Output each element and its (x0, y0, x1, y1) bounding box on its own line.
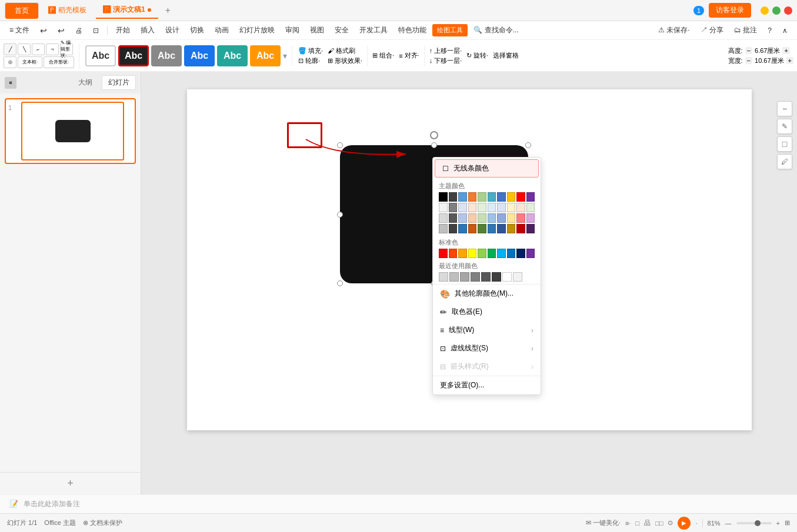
add-tab-button[interactable]: + (161, 3, 175, 18)
recent-color-3[interactable] (460, 272, 469, 282)
notes-area[interactable]: 📝 单击此处添加备注 (0, 494, 797, 513)
menu-draw-tools[interactable]: 绘图工具 (432, 24, 468, 36)
collapse-button[interactable]: « (5, 77, 16, 89)
more-colors-item[interactable]: 🎨 其他轮廓颜色(M)... (433, 285, 541, 303)
menu-insert[interactable]: 插入 (136, 23, 159, 38)
merge-shape-btn[interactable]: 合并形状· (44, 56, 74, 68)
dash-type-item[interactable]: ⊡ 虚线线型(S) › (433, 339, 541, 357)
color-swatch[interactable] (516, 203, 525, 212)
menu-switch[interactable]: 切换 (185, 23, 209, 38)
close-button[interactable] (784, 6, 792, 15)
color-swatch[interactable] (478, 203, 486, 212)
view-sort-btn[interactable]: □□ (655, 520, 663, 527)
more-styles-btn[interactable]: ▾ (283, 51, 287, 61)
color-swatch[interactable] (468, 213, 477, 223)
menu-design[interactable]: 设计 (161, 23, 184, 38)
height-plus[interactable]: + (782, 47, 789, 54)
std-color-purple[interactable] (526, 249, 535, 258)
abc-black[interactable]: Abc (118, 45, 149, 66)
handle-bl[interactable] (337, 280, 343, 286)
color-swatch[interactable] (488, 203, 496, 212)
color-swatch[interactable] (458, 203, 467, 212)
color-swatch[interactable] (526, 203, 535, 212)
menu-view[interactable]: 视图 (305, 23, 329, 38)
move-down-btn[interactable]: ↓ 下移一层· (429, 56, 462, 65)
minimize-button[interactable] (761, 6, 769, 15)
color-swatch[interactable] (526, 224, 535, 233)
color-swatch[interactable] (497, 224, 506, 233)
view-list-btn[interactable]: ≡· (625, 520, 631, 527)
std-color-red[interactable] (439, 249, 448, 258)
color-swatch[interactable] (507, 192, 516, 202)
login-button[interactable]: 访客登录 (709, 3, 751, 18)
align-btn[interactable]: ≡ 对齐· (399, 51, 419, 60)
color-swatch[interactable] (458, 213, 467, 223)
abc-blue[interactable]: Abc (184, 45, 215, 66)
color-swatch[interactable] (478, 224, 486, 233)
std-color-orange-red[interactable] (449, 249, 458, 258)
menu-copy-icon[interactable]: ⊡ (88, 24, 104, 37)
float-edit-btn[interactable]: ✎ (777, 119, 792, 134)
color-swatch[interactable] (507, 224, 516, 233)
shape-btn-1[interactable]: ╱ (4, 44, 16, 55)
tab-home[interactable]: 首页 (5, 2, 39, 19)
group-btn[interactable]: ⊞ 组合· (372, 51, 394, 60)
height-minus[interactable]: − (745, 47, 752, 54)
color-swatch[interactable] (526, 192, 535, 202)
recent-color-6[interactable] (492, 272, 501, 282)
menu-comment[interactable]: 🗂 批注 (729, 23, 762, 38)
std-color-yellow[interactable] (468, 249, 477, 258)
rotate-handle[interactable] (430, 131, 438, 139)
color-swatch[interactable] (458, 224, 467, 233)
color-swatch[interactable] (468, 192, 477, 202)
fullscreen-btn[interactable]: ⊞ (785, 519, 790, 527)
menu-search[interactable]: 🔍 查找命令... (469, 23, 523, 38)
zoom-increase-btn[interactable]: + (776, 520, 780, 527)
tab-template[interactable]: 🅿 稻壳模板 (41, 2, 94, 18)
select-pane-btn[interactable]: 选择窗格 (493, 51, 519, 60)
outline-btn[interactable]: ⊡ 轮廓· (298, 56, 323, 65)
menu-start[interactable]: 开始 (111, 23, 135, 38)
more-settings-item[interactable]: 更多设置(O)... (433, 376, 541, 394)
recent-color-8[interactable] (513, 272, 522, 282)
shape-btn-3[interactable]: ⌐ (32, 44, 45, 55)
color-swatch[interactable] (516, 192, 525, 202)
menu-slideshow[interactable]: 幻灯片放映 (235, 23, 279, 38)
color-swatch[interactable] (439, 213, 448, 223)
color-swatch[interactable] (488, 213, 496, 223)
menu-share[interactable]: ↗ 分享 (696, 23, 728, 38)
edit-shape-btn[interactable]: ✎ 编辑形状· (60, 44, 73, 55)
color-swatch[interactable] (439, 224, 448, 233)
color-swatch[interactable] (439, 203, 448, 212)
recent-color-4[interactable] (471, 272, 480, 282)
menu-hamburger[interactable]: ≡ 文件 (5, 23, 34, 38)
menu-redo-icon[interactable]: ↩ (53, 24, 69, 38)
color-swatch[interactable] (507, 203, 516, 212)
abc-teal[interactable]: Abc (217, 45, 248, 66)
menu-undo-icon[interactable]: ↩ (35, 24, 52, 38)
std-color-cyan[interactable] (497, 249, 506, 258)
color-swatch[interactable] (497, 203, 506, 212)
std-color-lime[interactable] (478, 249, 486, 258)
color-swatch[interactable] (439, 192, 448, 202)
color-swatch[interactable] (497, 213, 506, 223)
color-swatch[interactable] (497, 192, 506, 202)
add-slide-button[interactable]: + (0, 472, 141, 494)
shape-btn-2[interactable]: ╲ (18, 44, 31, 55)
std-color-orange[interactable] (458, 249, 467, 258)
color-swatch[interactable] (458, 192, 467, 202)
rotate-btn[interactable]: ↻ 旋转· (466, 51, 488, 60)
color-swatch[interactable] (488, 224, 496, 233)
tab-outline[interactable]: 大纲 (72, 76, 98, 89)
zoom-decrease-btn[interactable]: — (725, 520, 732, 527)
color-swatch[interactable] (478, 213, 486, 223)
view-read-btn[interactable]: ⊙ (668, 519, 673, 527)
arrow-style-item[interactable]: ⊟ 箭头样式(R) › (433, 357, 541, 376)
abc-gray[interactable]: Abc (151, 45, 182, 66)
shape-btn-4[interactable]: ¬ (46, 44, 59, 55)
tab-slides[interactable]: 幻灯片 (102, 75, 136, 90)
eyedropper-item[interactable]: ✏ 取色器(E) (433, 303, 541, 321)
menu-animation[interactable]: 动画 (210, 23, 234, 38)
std-color-blue[interactable] (507, 249, 516, 258)
handle-tl[interactable] (337, 142, 343, 148)
